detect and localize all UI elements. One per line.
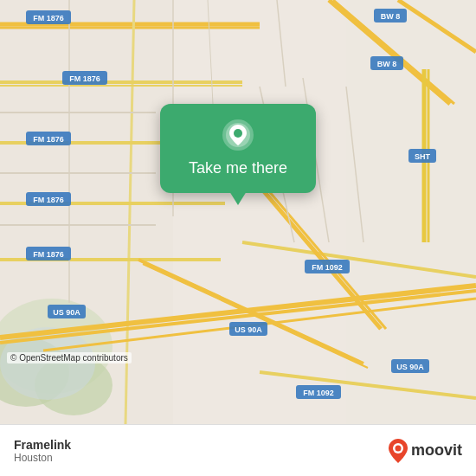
svg-text:FM 1876: FM 1876 — [33, 250, 64, 259]
svg-point-68 — [234, 129, 242, 138]
svg-text:FM 1092: FM 1092 — [303, 389, 334, 397]
bottom-bar: Framelink Houston moovit — [0, 424, 476, 476]
location-city: Houston — [14, 452, 71, 464]
svg-text:US 90A: US 90A — [396, 363, 424, 371]
svg-text:BW 8: BW 8 — [377, 60, 397, 68]
svg-text:FM 1876: FM 1876 — [33, 135, 64, 144]
popup-label: Take me there — [189, 159, 287, 177]
moovit-text: moovit — [411, 441, 462, 460]
svg-text:BW 8: BW 8 — [381, 12, 401, 21]
location-info: Framelink Houston — [14, 438, 71, 464]
osm-credit: © OpenStreetMap contributors — [7, 352, 132, 363]
svg-text:FM 1092: FM 1092 — [312, 263, 343, 272]
moovit-brand: moovit — [389, 439, 462, 463]
moovit-logo: moovit — [389, 439, 462, 463]
svg-rect-7 — [173, 0, 346, 424]
svg-text:FM 1876: FM 1876 — [33, 14, 64, 23]
svg-point-70 — [395, 445, 401, 451]
svg-text:FM 1876: FM 1876 — [69, 74, 100, 83]
svg-text:SHT: SHT — [415, 152, 431, 161]
popup-card[interactable]: Take me there — [160, 104, 316, 193]
svg-text:US 90A: US 90A — [53, 308, 80, 317]
svg-text:FM 1876: FM 1876 — [33, 196, 64, 204]
location-name: Framelink — [14, 438, 71, 452]
map-view[interactable]: FM 1876 FM 1876 FM 1876 FM 1876 FM 1876 … — [0, 0, 476, 424]
location-pin-icon — [221, 118, 255, 152]
svg-text:US 90A: US 90A — [235, 325, 262, 334]
moovit-pin-icon — [389, 439, 408, 463]
